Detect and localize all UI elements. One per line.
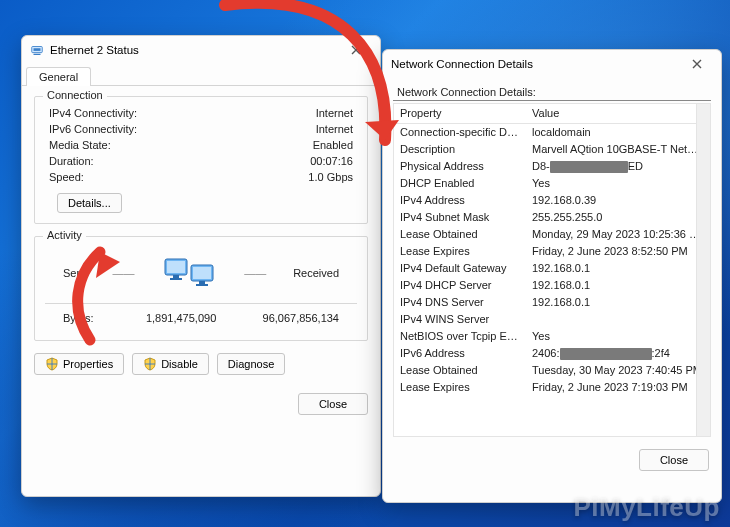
redacted-segment xyxy=(560,348,652,360)
details-row-property: Lease Expires xyxy=(394,243,526,260)
details-row[interactable]: IPv4 DNS Server192.168.0.1 xyxy=(394,294,710,311)
media-state-label: Media State: xyxy=(49,139,111,151)
speed-value: 1.0 Gbps xyxy=(308,171,353,183)
shield-icon xyxy=(143,357,157,371)
properties-button[interactable]: Properties xyxy=(34,353,124,375)
shield-icon xyxy=(45,357,59,371)
close-icon[interactable] xyxy=(340,39,372,61)
details-row-property: IPv4 WINS Server xyxy=(394,311,526,328)
details-row[interactable]: DescriptionMarvell AQtion 10GBASE-T Netw… xyxy=(394,141,710,158)
details-row[interactable]: IPv4 DHCP Server192.168.0.1 xyxy=(394,277,710,294)
details-row-value: 255.255.255.0 xyxy=(526,209,710,226)
svg-rect-4 xyxy=(167,261,185,273)
duration-value: 00:07:16 xyxy=(310,155,353,167)
redacted-segment xyxy=(550,161,628,173)
media-state-value: Enabled xyxy=(313,139,353,151)
network-details-window: Network Connection Details Network Conne… xyxy=(382,49,722,503)
vertical-scrollbar[interactable] xyxy=(696,104,710,436)
details-row-value: Friday, 2 June 2023 7:19:03 PM xyxy=(526,379,710,396)
details-row[interactable]: IPv4 Address192.168.0.39 xyxy=(394,192,710,209)
svg-rect-9 xyxy=(199,281,205,284)
activity-received-label: Received xyxy=(293,267,339,279)
details-row-property: IPv4 Subnet Mask xyxy=(394,209,526,226)
details-header-row: Property Value xyxy=(394,104,710,124)
details-button[interactable]: Details... xyxy=(57,193,122,213)
diagnose-button[interactable]: Diagnose xyxy=(217,353,285,375)
details-row-value: Monday, 29 May 2023 10:25:36 PM xyxy=(526,226,710,243)
details-row-property: Connection-specific DN... xyxy=(394,124,526,141)
details-row-value: 192.168.0.1 xyxy=(526,260,710,277)
details-row-property: IPv4 Default Gateway xyxy=(394,260,526,277)
connection-group: Connection IPv4 Connectivity:Internet IP… xyxy=(34,96,368,224)
activity-bytes-label: Bytes: xyxy=(63,312,94,324)
details-list-label: Network Connection Details: xyxy=(393,84,711,101)
titlebar[interactable]: Network Connection Details xyxy=(383,50,721,78)
ipv4-connectivity-label: IPv4 Connectivity: xyxy=(49,107,137,119)
details-row-property: IPv6 Address xyxy=(394,345,526,362)
disable-button-label: Disable xyxy=(161,358,198,370)
details-row[interactable]: Lease ExpiresFriday, 2 June 2023 7:19:03… xyxy=(394,379,710,396)
activity-received-bytes: 96,067,856,134 xyxy=(219,312,339,324)
details-row[interactable]: IPv4 Default Gateway192.168.0.1 xyxy=(394,260,710,277)
details-row-value: Yes xyxy=(526,175,710,192)
details-row[interactable]: Lease ObtainedMonday, 29 May 2023 10:25:… xyxy=(394,226,710,243)
ipv6-connectivity-value: Internet xyxy=(316,123,353,135)
ethernet-status-window: Ethernet 2 Status General Connection IPv… xyxy=(21,35,381,497)
svg-rect-5 xyxy=(173,275,179,278)
svg-rect-8 xyxy=(193,267,211,279)
details-row-property: DHCP Enabled xyxy=(394,175,526,192)
activity-sent-bytes: 1,891,475,090 xyxy=(96,312,216,324)
activity-group: Activity Sent —— —— xyxy=(34,236,368,341)
network-adapter-icon xyxy=(30,43,44,57)
activity-monitors-icon xyxy=(161,253,217,293)
details-row-value: localdomain xyxy=(526,124,710,141)
details-row-property: Lease Obtained xyxy=(394,226,526,243)
details-row[interactable]: Connection-specific DN...localdomain xyxy=(394,124,710,141)
details-row-property: NetBIOS over Tcpip En... xyxy=(394,328,526,345)
details-row[interactable]: Physical AddressD8-ED xyxy=(394,158,710,175)
details-row[interactable]: DHCP EnabledYes xyxy=(394,175,710,192)
status-close-button[interactable]: Close xyxy=(298,393,368,415)
tab-strip: General xyxy=(22,64,380,86)
details-row[interactable]: IPv4 Subnet Mask255.255.255.0 xyxy=(394,209,710,226)
details-row-value: 192.168.0.1 xyxy=(526,277,710,294)
titlebar[interactable]: Ethernet 2 Status xyxy=(22,36,380,64)
details-row-property: IPv4 DHCP Server xyxy=(394,277,526,294)
details-row-value: Yes xyxy=(526,328,710,345)
disable-button[interactable]: Disable xyxy=(132,353,209,375)
details-row[interactable]: IPv4 WINS Server xyxy=(394,311,710,328)
details-row-value: D8-ED xyxy=(526,158,710,175)
svg-rect-10 xyxy=(196,284,208,286)
properties-button-label: Properties xyxy=(63,358,113,370)
details-row-property: Description xyxy=(394,141,526,158)
ipv4-connectivity-value: Internet xyxy=(316,107,353,119)
details-row-value: Friday, 2 June 2023 8:52:50 PM xyxy=(526,243,710,260)
details-row[interactable]: Lease ObtainedTuesday, 30 May 2023 7:40:… xyxy=(394,362,710,379)
tab-general[interactable]: General xyxy=(26,67,91,86)
details-row-value: 2406::2f4 xyxy=(526,345,710,362)
window-title: Ethernet 2 Status xyxy=(50,44,334,56)
details-row-value xyxy=(526,311,710,328)
details-list[interactable]: Property Value Connection-specific DN...… xyxy=(393,103,711,437)
ipv6-connectivity-label: IPv6 Connectivity: xyxy=(49,123,137,135)
details-row-value: Marvell AQtion 10GBASE-T Network A xyxy=(526,141,710,158)
header-property: Property xyxy=(394,104,526,123)
svg-rect-6 xyxy=(170,278,182,280)
details-close-button[interactable]: Close xyxy=(639,449,709,471)
details-row-value: 192.168.0.1 xyxy=(526,294,710,311)
details-row[interactable]: IPv6 Address2406::2f4 xyxy=(394,345,710,362)
details-row-property: Physical Address xyxy=(394,158,526,175)
details-row[interactable]: NetBIOS over Tcpip En...Yes xyxy=(394,328,710,345)
activity-sent-label: Sent xyxy=(63,267,86,279)
speed-label: Speed: xyxy=(49,171,84,183)
close-icon[interactable] xyxy=(681,53,713,75)
details-row-property: Lease Obtained xyxy=(394,362,526,379)
details-row-value: Tuesday, 30 May 2023 7:40:45 PM xyxy=(526,362,710,379)
details-row[interactable]: Lease ExpiresFriday, 2 June 2023 8:52:50… xyxy=(394,243,710,260)
activity-legend: Activity xyxy=(43,229,86,241)
window-title: Network Connection Details xyxy=(391,58,675,70)
duration-label: Duration: xyxy=(49,155,94,167)
details-row-value: 192.168.0.39 xyxy=(526,192,710,209)
details-row-property: IPv4 DNS Server xyxy=(394,294,526,311)
details-row-property: IPv4 Address xyxy=(394,192,526,209)
